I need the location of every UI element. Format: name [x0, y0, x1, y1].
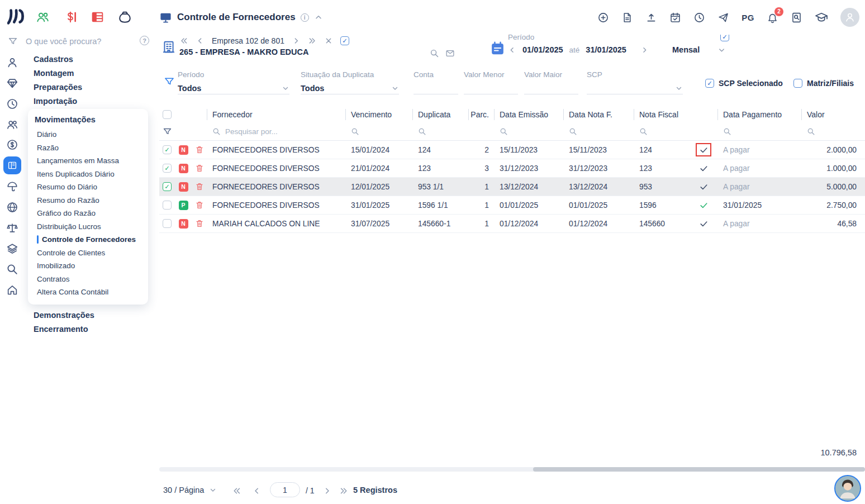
- col-nota-fiscal[interactable]: Nota Fiscal: [634, 106, 690, 123]
- app-logo[interactable]: [7, 7, 26, 26]
- submenu-resumo-diario[interactable]: Resumo do Diário: [28, 180, 148, 194]
- assistant-avatar[interactable]: [834, 475, 861, 502]
- table-row[interactable]: N MARIAH CALCADOS ON LINE 31/07/2025 145…: [159, 215, 865, 233]
- menu-movimentacoes[interactable]: Movimentações: [35, 113, 148, 126]
- clock-icon[interactable]: [6, 98, 18, 110]
- last-page-icon[interactable]: [339, 486, 349, 496]
- submenu-razao[interactable]: Razão: [28, 141, 148, 155]
- prev-company-icon[interactable]: [196, 36, 205, 45]
- next-company-icon[interactable]: [292, 36, 301, 45]
- pg-shortcut[interactable]: PG: [742, 13, 754, 22]
- active-module-icon[interactable]: [3, 156, 21, 174]
- people-icon[interactable]: [6, 118, 18, 131]
- submenu-distribuicao-lucros[interactable]: Distribuição Lucros: [28, 220, 148, 234]
- col-valor[interactable]: Valor: [801, 106, 865, 123]
- scale-icon[interactable]: [6, 222, 18, 234]
- filter-scp[interactable]: SCP: [587, 70, 683, 94]
- prev-page-icon[interactable]: [252, 486, 262, 496]
- table-row[interactable]: P FORNECEDORES DIVERSOS 31/01/2025 1596 …: [159, 196, 865, 215]
- layers-icon[interactable]: [6, 243, 18, 255]
- scp-selecionado-checkbox[interactable]: [705, 79, 714, 88]
- user-avatar[interactable]: [840, 8, 859, 27]
- submenu-controle-fornecedores[interactable]: Controle de Fornecedores: [28, 233, 148, 246]
- info-icon[interactable]: i: [301, 13, 309, 22]
- globe-icon[interactable]: [6, 201, 18, 213]
- next-page-icon[interactable]: [322, 486, 332, 496]
- first-page-icon[interactable]: [232, 486, 241, 496]
- paid-check-icon[interactable]: [696, 180, 711, 193]
- row-checkbox[interactable]: [163, 219, 172, 228]
- submenu-contratos[interactable]: Contratos: [28, 273, 148, 286]
- submenu-lancamentos-massa[interactable]: Lançamentos em Massa: [28, 154, 148, 168]
- filter-situacao[interactable]: Situação da Duplicata Todos: [301, 70, 399, 94]
- last-company-icon[interactable]: [308, 36, 317, 45]
- finance-app-icon[interactable]: [63, 10, 77, 24]
- delete-button[interactable]: [192, 215, 207, 232]
- period-calendar-icon[interactable]: [490, 41, 505, 56]
- period-mode-select[interactable]: Mensal: [672, 45, 726, 54]
- mail-icon[interactable]: [445, 49, 455, 58]
- fornecedor-search-input[interactable]: [225, 127, 309, 136]
- scrollbar-thumb[interactable]: [533, 467, 865, 472]
- filter-valor-maior[interactable]: Valor Maior: [524, 70, 578, 94]
- menu-preparacoes[interactable]: Preparações: [34, 80, 82, 94]
- row-checkbox[interactable]: [163, 182, 172, 191]
- vencimento-search-icon[interactable]: [351, 127, 359, 136]
- collapse-chevron-icon[interactable]: [314, 13, 323, 22]
- paid-check-icon[interactable]: [696, 217, 711, 230]
- row-checkbox[interactable]: [163, 145, 172, 154]
- table-row[interactable]: N FORNECEDORES DIVERSOS 15/01/2024 124 2…: [159, 141, 865, 159]
- col-fornecedor[interactable]: Fornecedor: [207, 106, 345, 123]
- filters-funnel-icon[interactable]: [164, 76, 175, 87]
- notifications-button[interactable]: 2: [767, 12, 778, 23]
- matriz-filiais-checkbox[interactable]: [793, 79, 802, 88]
- sidebar-search-input[interactable]: [26, 37, 123, 46]
- valor-search-icon[interactable]: [807, 127, 815, 136]
- delete-button[interactable]: [192, 141, 207, 159]
- delete-button[interactable]: [192, 159, 207, 177]
- first-company-icon[interactable]: [179, 36, 188, 45]
- period-start[interactable]: 01/01/2025: [522, 45, 563, 54]
- select-all-checkbox[interactable]: [163, 110, 172, 119]
- paid-check-icon[interactable]: [696, 161, 711, 175]
- umbrella-icon[interactable]: [6, 180, 18, 193]
- agenda-icon[interactable]: [669, 12, 681, 23]
- menu-importacao[interactable]: Importação: [34, 94, 82, 108]
- delete-button[interactable]: [192, 196, 207, 214]
- filter-conta[interactable]: Conta: [414, 70, 458, 94]
- duplicata-search-icon[interactable]: [418, 127, 426, 136]
- upload-icon[interactable]: [645, 12, 657, 23]
- search-module-icon[interactable]: [6, 263, 18, 275]
- submenu-imobilizado[interactable]: Imobilizado: [28, 259, 148, 273]
- graduation-cap-icon[interactable]: [815, 11, 828, 24]
- clear-company-icon[interactable]: [324, 36, 333, 45]
- submenu-resumo-razao[interactable]: Resumo do Razão: [28, 194, 148, 207]
- doc-search-icon[interactable]: [791, 12, 802, 23]
- menu-cadastros[interactable]: Cadastros: [34, 52, 82, 66]
- add-icon[interactable]: [597, 12, 609, 23]
- col-data-pagamento[interactable]: Data Pagamento: [717, 106, 801, 123]
- help-icon[interactable]: ?: [140, 36, 149, 45]
- nota-f-search-icon[interactable]: [569, 127, 577, 136]
- page-number-input[interactable]: [270, 482, 300, 497]
- spreadsheet-app-icon[interactable]: [91, 10, 104, 24]
- row-checkbox[interactable]: [163, 164, 172, 173]
- period-end[interactable]: 31/01/2025: [586, 45, 626, 54]
- home-icon[interactable]: [6, 284, 18, 296]
- per-page-select[interactable]: 30 / Página: [163, 486, 217, 495]
- col-data-emissao[interactable]: Data Emissão: [494, 106, 563, 123]
- company-checkbox[interactable]: [340, 36, 349, 45]
- paid-check-icon[interactable]: [696, 143, 711, 156]
- period-next-icon[interactable]: [640, 46, 649, 54]
- person-module-icon[interactable]: [6, 56, 18, 69]
- people-app-icon[interactable]: [36, 10, 50, 24]
- menu-encerramento[interactable]: Encerramento: [34, 322, 94, 336]
- dollar-icon[interactable]: [6, 139, 18, 151]
- filter-periodo[interactable]: Período Todos: [178, 70, 289, 94]
- history-clock-icon[interactable]: [693, 12, 705, 23]
- nota-fiscal-search-icon[interactable]: [639, 127, 648, 136]
- table-row[interactable]: N FORNECEDORES DIVERSOS 21/01/2024 123 3…: [159, 159, 865, 178]
- emissao-search-icon[interactable]: [500, 127, 508, 136]
- table-filter-icon[interactable]: [163, 127, 172, 136]
- submenu-controle-clientes[interactable]: Controle de Clientes: [28, 246, 148, 260]
